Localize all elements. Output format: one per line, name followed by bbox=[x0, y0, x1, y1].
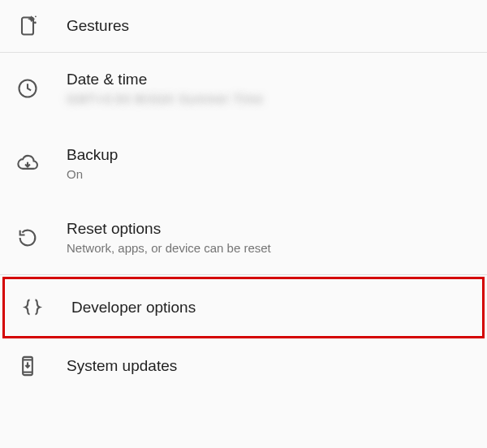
clock-icon bbox=[16, 77, 67, 100]
svg-point-2 bbox=[35, 15, 37, 17]
gestures-icon bbox=[16, 15, 67, 37]
cloud-download-icon bbox=[16, 153, 67, 175]
settings-item-backup[interactable]: Backup On bbox=[0, 127, 487, 200]
highlight-box: Developer options bbox=[2, 277, 485, 338]
settings-item-gestures[interactable]: Gestures bbox=[0, 0, 487, 52]
item-text: Gestures bbox=[67, 17, 129, 35]
item-text: System updates bbox=[67, 357, 177, 375]
item-text: Reset options Network, apps, or device c… bbox=[67, 220, 271, 255]
item-subtitle-redacted: GMT+0:00 British Summer Time bbox=[67, 92, 264, 106]
settings-item-datetime[interactable]: Date & time GMT+0:00 British Summer Time bbox=[0, 53, 487, 127]
item-title: Backup bbox=[67, 146, 118, 164]
item-subtitle: On bbox=[67, 167, 118, 181]
item-text: Date & time GMT+0:00 British Summer Time bbox=[67, 71, 264, 106]
item-title: Developer options bbox=[71, 299, 196, 317]
item-title: Date & time bbox=[67, 71, 264, 88]
braces-icon bbox=[21, 296, 71, 319]
settings-item-updates[interactable]: System updates bbox=[0, 340, 487, 392]
item-subtitle: Network, apps, or device can be reset bbox=[67, 241, 271, 255]
settings-item-developer[interactable]: Developer options bbox=[5, 279, 482, 336]
settings-list: Gestures Date & time GMT+0:00 British Su… bbox=[0, 0, 487, 392]
svg-point-1 bbox=[34, 22, 37, 24]
settings-item-reset[interactable]: Reset options Network, apps, or device c… bbox=[0, 200, 487, 274]
item-title: System updates bbox=[67, 357, 177, 375]
reset-icon bbox=[16, 226, 67, 249]
divider bbox=[0, 274, 487, 275]
system-update-icon bbox=[16, 355, 67, 377]
item-text: Backup On bbox=[67, 146, 118, 181]
item-text: Developer options bbox=[71, 299, 196, 317]
item-title: Gestures bbox=[67, 17, 129, 35]
item-title: Reset options bbox=[67, 220, 271, 238]
